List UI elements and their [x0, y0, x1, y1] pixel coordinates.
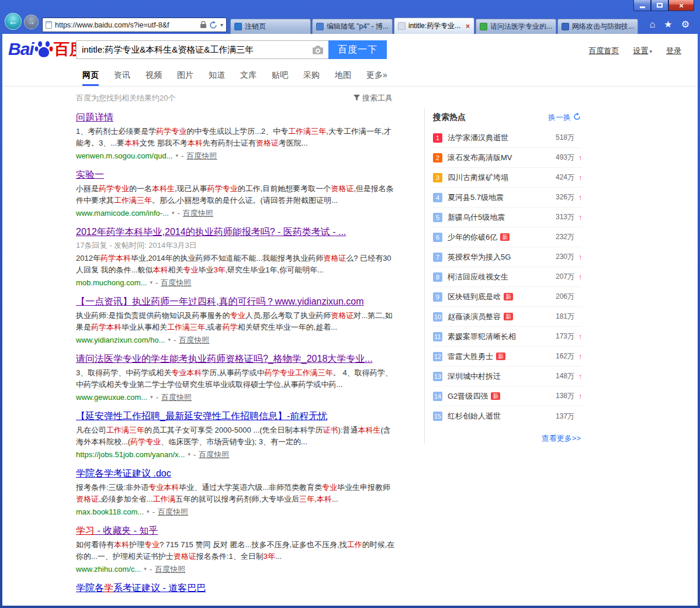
url-dropdown-icon[interactable]: ▾: [150, 392, 153, 402]
browser-tab[interactable]: intitle:药学专业... ×: [394, 18, 474, 34]
hot-search-label[interactable]: 法学家潘汉典逝世: [448, 133, 550, 143]
serp-nav-item[interactable]: 更多»: [366, 70, 387, 86]
result-title-link[interactable]: 【延安弹性工作招聘_最新延安弹性工作招聘信息】-前程无忧: [76, 410, 395, 422]
window-minimize-button[interactable]: [633, 0, 651, 11]
hot-search-item[interactable]: 12 雷霆大胜勇士新 162万 ↑: [433, 347, 582, 367]
lock-icon: [200, 21, 206, 29]
tab-title: 请问法医学专业的...: [490, 22, 552, 32]
snapshot-link[interactable]: 百度快照: [155, 564, 185, 574]
forward-button[interactable]: →: [24, 15, 39, 29]
snapshot-link[interactable]: 百度快照: [179, 335, 209, 345]
snapshot-link[interactable]: 百度快照: [199, 450, 229, 460]
hot-search-label[interactable]: 夏河县5.7级地震: [448, 192, 550, 203]
hot-search-item[interactable]: 2 滚石发布高清版MV 493万 ↑: [433, 148, 582, 168]
hot-refresh-button[interactable]: 换一换: [548, 112, 581, 123]
view-more-link[interactable]: 查看更多>>: [433, 426, 582, 444]
serp-nav-item[interactable]: 视频: [145, 70, 162, 86]
url-dropdown-icon[interactable]: ▾: [175, 151, 178, 161]
hot-search-item[interactable]: 11 素媛案罪犯清晰长相 173万 ↑: [433, 327, 582, 347]
hot-search-label[interactable]: 红杉创始人逝世: [448, 411, 550, 422]
address-dropdown-icon[interactable]: ▾: [220, 22, 223, 28]
hot-search-label[interactable]: 区块链到底是啥新: [448, 292, 550, 302]
address-bar[interactable]: https://www.baidu.com/s?ie=utf-8&f ▾: [42, 18, 227, 32]
hot-search-item[interactable]: 10 赵薇谈演员整容新 181万: [433, 307, 582, 327]
url-dropdown-icon[interactable]: ▾: [172, 208, 175, 218]
serp-nav-item[interactable]: 图片: [177, 70, 193, 86]
trend-up-icon: ↑: [574, 372, 582, 381]
result-title-link[interactable]: 实验一: [76, 168, 395, 181]
baidu-logo[interactable]: Bai 百度: [8, 39, 85, 60]
serp-nav-item[interactable]: 文库: [240, 70, 257, 86]
snapshot-link[interactable]: 百度快照: [158, 507, 188, 517]
result-title-link[interactable]: 请问法医学专业的学生能考执业药师资格证吗?_格物学_2018大学专业...: [76, 353, 395, 365]
favorites-star-icon[interactable]: ★: [664, 19, 672, 30]
result-description: 报考条件:三级:非外语专业本科毕业、通过大学英语六级...非师范类教育类专业毕业…: [76, 482, 395, 505]
url-dropdown-icon[interactable]: ▾: [168, 335, 171, 345]
serp-nav-item[interactable]: 贴吧: [272, 70, 288, 86]
result-title-link[interactable]: 2012年药学本科毕业,2014的执业药师能报考吗? - 医药类考试 - ...: [76, 226, 395, 238]
hot-search-label[interactable]: 赵薇谈演员整容新: [448, 312, 550, 322]
url-text[interactable]: https://www.baidu.com/s?ie=utf-8&f: [55, 21, 197, 29]
search-button[interactable]: 百度一下: [328, 40, 387, 59]
hot-search-label[interactable]: 少年的你破6亿新: [448, 232, 550, 243]
snapshot-link[interactable]: 百度快照: [161, 392, 192, 402]
hot-search-item[interactable]: 8 柯洁回应歧视女生 207万 ↑: [433, 267, 582, 287]
snapshot-link[interactable]: 百度快照: [161, 278, 191, 288]
hot-search-label[interactable]: 柯洁回应歧视女生: [448, 272, 550, 282]
link-settings[interactable]: 设置▾: [633, 46, 652, 56]
result-title-link[interactable]: 问题详情: [76, 111, 395, 123]
browser-tab[interactable]: 网络攻击与防御技...: [557, 19, 638, 34]
snapshot-link[interactable]: 百度快照: [183, 208, 213, 218]
serp-nav-item[interactable]: 知道: [209, 70, 225, 86]
serp-nav-item[interactable]: 采购: [303, 70, 320, 86]
hot-search-item[interactable]: 4 夏河县5.7级地震 326万 ↑: [433, 188, 582, 208]
result-title-link[interactable]: 学院各学考证建议 .doc: [76, 467, 395, 479]
hot-search-item[interactable]: 1 法学家潘汉典逝世 518万: [433, 128, 582, 148]
result-url-row: www.gewuxue.com... ▾ - 百度快照: [76, 392, 395, 402]
link-baidu-home[interactable]: 百度首页: [588, 46, 619, 56]
hot-search-count: 230万: [550, 252, 574, 262]
refresh-icon[interactable]: [209, 21, 217, 29]
url-dropdown-icon[interactable]: ▾: [188, 450, 190, 460]
back-button[interactable]: ←: [5, 13, 22, 30]
camera-icon[interactable]: [313, 46, 323, 56]
hot-search-label[interactable]: 素媛案罪犯清晰长相: [448, 331, 550, 342]
hot-search-item[interactable]: 6 少年的你破6亿新 232万: [433, 227, 582, 247]
hot-search-item[interactable]: 7 英授权华为接入5G 230万 ↑: [433, 247, 582, 267]
hot-search-item[interactable]: 5 新疆乌什5级地震 313万 ↑: [433, 208, 582, 227]
snapshot-link[interactable]: 百度快照: [186, 151, 217, 161]
link-login[interactable]: 登录: [666, 46, 681, 56]
browser-tab[interactable]: 注销页: [230, 19, 311, 34]
serp-nav-item[interactable]: 地图: [335, 70, 351, 86]
result-title-link[interactable]: 学习 - 收藏夹 - 知乎: [76, 524, 395, 537]
window-maximize-button[interactable]: [651, 0, 668, 11]
result-title-link[interactable]: 学院各学系考证建议 - 道客巴巴: [76, 582, 395, 594]
window-close-button[interactable]: ×: [668, 0, 694, 11]
hot-search-label[interactable]: G2晋级四强新: [448, 391, 550, 402]
search-input[interactable]: [76, 40, 328, 59]
url-dropdown-icon[interactable]: ▾: [150, 278, 153, 288]
hot-search-label[interactable]: 滚石发布高清版MV: [448, 153, 550, 163]
hot-search-label[interactable]: 英授权华为接入5G: [448, 252, 550, 262]
serp-nav-item[interactable]: 网页: [82, 70, 99, 86]
hot-search-item[interactable]: 15 红杉创始人逝世 137万: [433, 406, 582, 426]
result-description: 小丽是药学专业的一名本科生,现已从事药学专业的工作,目前她想要考取一个资格证,但…: [76, 183, 395, 206]
hot-search-item[interactable]: 14 G2晋级四强新 138万 ↑: [433, 386, 582, 406]
gear-icon[interactable]: ⚙: [681, 19, 689, 30]
url-dropdown-icon[interactable]: ▾: [144, 564, 147, 574]
hot-search-label[interactable]: 四川古蔺煤矿垮塌: [448, 172, 550, 183]
hot-search-item[interactable]: 13 深圳城中村拆迁 148万 ↑: [433, 367, 582, 386]
hot-search-label[interactable]: 新疆乌什5级地震: [448, 212, 550, 223]
browser-tab[interactable]: 请问法医学专业的...: [476, 19, 556, 34]
hot-search-label[interactable]: 雷霆大胜勇士新: [448, 351, 550, 362]
serp-nav-item[interactable]: 资讯: [114, 70, 130, 86]
search-tools-button[interactable]: 搜索工具: [354, 93, 393, 103]
hot-search-label[interactable]: 深圳城中村拆迁: [448, 371, 550, 382]
hot-search-item[interactable]: 3 四川古蔺煤矿垮塌 424万 ↑: [433, 168, 582, 188]
tab-close-icon[interactable]: ×: [465, 22, 470, 30]
url-dropdown-icon[interactable]: ▾: [147, 507, 150, 517]
home-icon[interactable]: ⌂: [650, 19, 656, 30]
browser-tab[interactable]: 编辑随笔 "p4" - 博...: [312, 19, 393, 34]
hot-search-item[interactable]: 9 区块链到底是啥新 206万: [433, 287, 582, 307]
result-title-link[interactable]: 【一点资讯】执业药师一年过四科,真的可行吗？www.yidianzixun.co…: [76, 295, 395, 308]
